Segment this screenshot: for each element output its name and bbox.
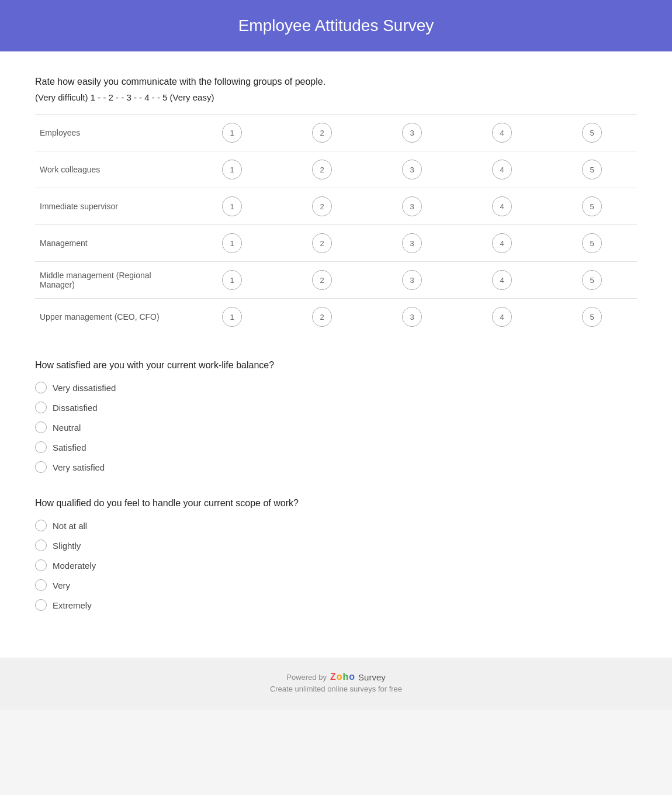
- survey-label: Survey: [358, 672, 386, 682]
- table-row: Immediate supervisor12345: [35, 188, 637, 225]
- radio-item[interactable]: Satisfied: [35, 441, 637, 453]
- rating-option-2[interactable]: 2: [312, 233, 332, 253]
- rating-cell: 5: [547, 225, 637, 262]
- rating-cell: 1: [187, 151, 277, 188]
- zoho-z: Z: [330, 672, 336, 682]
- radio-button: [35, 382, 47, 393]
- rating-option-1[interactable]: 1: [222, 307, 242, 327]
- rating-option-3[interactable]: 3: [402, 270, 422, 290]
- radio-item[interactable]: Very satisfied: [35, 461, 637, 473]
- section-worklife: How satisfied are you with your current …: [35, 358, 637, 473]
- section1-question-line2: (Very difficult) 1 - - 2 - - 3 - - 4 - -…: [35, 92, 637, 102]
- radio-label: Very: [53, 580, 70, 590]
- radio-button: [35, 441, 47, 453]
- section3-question: How qualified do you feel to handle your…: [35, 496, 637, 510]
- rating-option-2[interactable]: 2: [312, 123, 332, 143]
- radio-label: Not at all: [53, 521, 87, 531]
- section1-question-line1: Rate how easily you communicate with the…: [35, 75, 637, 89]
- table-row: Upper management (CEO, CFO)12345: [35, 299, 637, 336]
- rating-cell: 2: [277, 262, 367, 299]
- radio-item[interactable]: Dissatisfied: [35, 402, 637, 413]
- rating-option-1[interactable]: 1: [222, 270, 242, 290]
- radio-item[interactable]: Neutral: [35, 421, 637, 433]
- survey-title: Employee Attitudes Survey: [23, 16, 649, 35]
- rating-cell: 3: [367, 188, 457, 225]
- radio-button: [35, 402, 47, 413]
- radio-button: [35, 461, 47, 473]
- row-label: Immediate supervisor: [35, 188, 187, 225]
- main-content: Rate how easily you communicate with the…: [0, 51, 672, 658]
- row-label: Management: [35, 225, 187, 262]
- rating-option-2[interactable]: 2: [312, 196, 332, 216]
- rating-cell: 3: [367, 151, 457, 188]
- rating-option-3[interactable]: 3: [402, 196, 422, 216]
- rating-option-1[interactable]: 1: [222, 196, 242, 216]
- rating-cell: 3: [367, 225, 457, 262]
- radio-button: [35, 559, 47, 571]
- section-communication: Rate how easily you communicate with the…: [35, 75, 637, 335]
- rating-cell: 5: [547, 262, 637, 299]
- table-row: Management12345: [35, 225, 637, 262]
- rating-option-3[interactable]: 3: [402, 233, 422, 253]
- row-label: Upper management (CEO, CFO): [35, 299, 187, 336]
- page-header: Employee Attitudes Survey: [0, 0, 672, 51]
- radio-label: Slightly: [53, 541, 81, 551]
- rating-cell: 1: [187, 188, 277, 225]
- rating-cell: 1: [187, 225, 277, 262]
- rating-option-5[interactable]: 5: [582, 160, 602, 179]
- rating-option-3[interactable]: 3: [402, 160, 422, 179]
- radio-button: [35, 579, 47, 591]
- rating-option-5[interactable]: 5: [582, 270, 602, 290]
- radio-button: [35, 599, 47, 611]
- radio-item[interactable]: Not at all: [35, 520, 637, 531]
- rating-cell: 4: [457, 188, 547, 225]
- zoho-o2: o: [349, 672, 355, 682]
- section2-question: How satisfied are you with your current …: [35, 358, 637, 372]
- rating-cell: 3: [367, 115, 457, 151]
- rating-option-5[interactable]: 5: [582, 307, 602, 327]
- rating-option-5[interactable]: 5: [582, 196, 602, 216]
- radio-label: Dissatisfied: [53, 403, 98, 413]
- rating-option-1[interactable]: 1: [222, 233, 242, 253]
- rating-cell: 4: [457, 225, 547, 262]
- rating-option-2[interactable]: 2: [312, 307, 332, 327]
- rating-cell: 5: [547, 188, 637, 225]
- rating-cell: 4: [457, 299, 547, 336]
- rating-option-3[interactable]: 3: [402, 123, 422, 143]
- rating-cell: 2: [277, 151, 367, 188]
- radio-item[interactable]: Very: [35, 579, 637, 591]
- radio-label: Satisfied: [53, 443, 86, 452]
- worklife-options: Very dissatisfiedDissatisfiedNeutralSati…: [35, 382, 637, 473]
- rating-option-5[interactable]: 5: [582, 233, 602, 253]
- rating-table: Employees12345Work colleagues12345Immedi…: [35, 114, 637, 335]
- rating-cell: 2: [277, 299, 367, 336]
- rating-option-4[interactable]: 4: [492, 196, 512, 216]
- radio-item[interactable]: Slightly: [35, 540, 637, 551]
- rating-option-2[interactable]: 2: [312, 160, 332, 179]
- radio-button: [35, 540, 47, 551]
- rating-option-4[interactable]: 4: [492, 123, 512, 143]
- radio-label: Extremely: [53, 600, 92, 610]
- rating-option-1[interactable]: 1: [222, 123, 242, 143]
- rating-option-4[interactable]: 4: [492, 270, 512, 290]
- rating-option-4[interactable]: 4: [492, 160, 512, 179]
- rating-cell: 1: [187, 262, 277, 299]
- radio-item[interactable]: Moderately: [35, 559, 637, 571]
- table-row: Work colleagues12345: [35, 151, 637, 188]
- radio-label: Very dissatisfied: [53, 383, 116, 393]
- rating-option-4[interactable]: 4: [492, 233, 512, 253]
- rating-cell: 5: [547, 151, 637, 188]
- rating-cell: 4: [457, 262, 547, 299]
- radio-item[interactable]: Extremely: [35, 599, 637, 611]
- rating-option-2[interactable]: 2: [312, 270, 332, 290]
- rating-option-1[interactable]: 1: [222, 160, 242, 179]
- rating-cell: 2: [277, 188, 367, 225]
- rating-cell: 2: [277, 115, 367, 151]
- rating-option-4[interactable]: 4: [492, 307, 512, 327]
- rating-option-5[interactable]: 5: [582, 123, 602, 143]
- rating-option-3[interactable]: 3: [402, 307, 422, 327]
- rating-cell: 5: [547, 115, 637, 151]
- powered-by-line: Powered by Zoho Survey: [23, 672, 649, 682]
- radio-item[interactable]: Very dissatisfied: [35, 382, 637, 393]
- radio-label: Moderately: [53, 561, 96, 571]
